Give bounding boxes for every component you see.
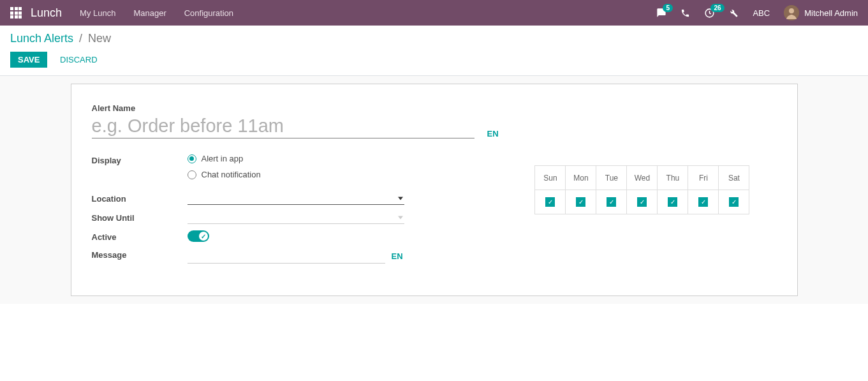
phone-icon (680, 8, 690, 18)
radio-chat-label: Chat notification (202, 170, 261, 179)
nav-my-lunch[interactable]: My Lunch (80, 8, 115, 18)
message-label: Message (92, 248, 188, 260)
breadcrumb-root[interactable]: Lunch Alerts (10, 32, 73, 45)
avatar-icon (784, 5, 799, 20)
day-header: Wed (627, 166, 658, 190)
alert-name-lang-badge[interactable]: EN (487, 129, 499, 138)
breadcrumb-current: New (88, 32, 111, 45)
form-sheet: Alert Name EN Display Alert in app (71, 84, 798, 296)
nav-manager[interactable]: Manager (133, 8, 166, 18)
day-header: Sun (535, 166, 566, 190)
location-input[interactable] (188, 192, 404, 205)
location-label: Location (92, 192, 188, 204)
radio-alert-label: Alert in app (202, 154, 244, 163)
day-header: Mon (566, 166, 596, 190)
day-header: Tue (596, 166, 627, 190)
show-until-label: Show Until (92, 211, 188, 223)
day-header: Fri (688, 166, 719, 190)
display-label: Display (92, 154, 188, 165)
radio-alert-in-app[interactable]: Alert in app (188, 154, 489, 163)
day-check-sat[interactable]: ✓ (729, 197, 739, 207)
alert-name-label: Alert Name (92, 103, 777, 113)
active-label: Active (92, 230, 188, 242)
apps-grid-icon[interactable] (10, 7, 22, 19)
phone-button[interactable] (680, 8, 690, 18)
form-area: Alert Name EN Display Alert in app (0, 76, 868, 304)
save-button[interactable]: Save (10, 52, 47, 68)
day-check-sun[interactable]: ✓ (545, 197, 555, 207)
app-brand[interactable]: Lunch (31, 6, 62, 20)
main-navbar: Lunch My Lunch Manager Configuration 5 2… (0, 0, 868, 26)
radio-dot-icon (188, 170, 196, 179)
active-toggle[interactable] (188, 230, 209, 242)
control-panel: Lunch Alerts / New Save Discard (0, 26, 868, 76)
company-switcher[interactable]: ABC (753, 8, 770, 18)
chat-button[interactable]: 5 (656, 8, 666, 18)
nav-configuration[interactable]: Configuration (184, 8, 233, 18)
day-check-thu[interactable]: ✓ (668, 197, 677, 207)
wrench-icon (729, 8, 739, 18)
breadcrumb-separator: / (79, 32, 82, 45)
day-header: Thu (658, 166, 688, 190)
show-until-input[interactable] (188, 211, 404, 224)
chat-badge: 5 (663, 4, 673, 12)
radio-dot-icon (188, 154, 196, 163)
clock-badge: 26 (710, 4, 724, 12)
day-check-mon[interactable]: ✓ (576, 197, 585, 207)
user-menu[interactable]: Mitchell Admin (784, 5, 858, 20)
day-header: Sat (719, 166, 749, 190)
day-check-tue[interactable]: ✓ (607, 197, 616, 207)
svg-point-2 (789, 8, 794, 13)
message-lang-badge[interactable]: EN (392, 251, 403, 261)
days-table: Sun Mon Tue Wed Thu Fri Sat ✓ ✓ ✓ ✓ ✓ (534, 165, 749, 214)
radio-chat-notification[interactable]: Chat notification (188, 170, 489, 179)
day-check-fri[interactable]: ✓ (698, 197, 708, 207)
tools-button[interactable] (729, 8, 739, 18)
alert-name-input[interactable] (92, 114, 474, 138)
message-input[interactable] (188, 248, 385, 264)
user-name: Mitchell Admin (804, 8, 858, 18)
discard-button[interactable]: Discard (52, 52, 105, 68)
breadcrumb: Lunch Alerts / New (10, 32, 858, 45)
clock-button[interactable]: 26 (704, 8, 715, 19)
day-check-wed[interactable]: ✓ (637, 197, 647, 207)
